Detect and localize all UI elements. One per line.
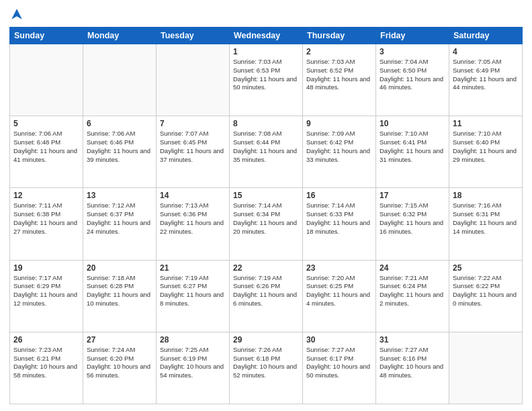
day-number: 3 (380, 47, 445, 56)
day-info: Sunrise: 7:16 AMSunset: 6:31 PMDaylight:… (453, 201, 519, 236)
calendar-cell: 22Sunrise: 7:19 AMSunset: 6:26 PMDayligh… (230, 260, 303, 332)
calendar-cell: 3Sunrise: 7:04 AMSunset: 6:50 PMDaylight… (376, 44, 449, 116)
day-number: 19 (13, 263, 79, 273)
calendar-cell: 29Sunrise: 7:26 AMSunset: 6:18 PMDayligh… (230, 332, 303, 404)
day-number: 31 (380, 335, 445, 345)
calendar-cell: 19Sunrise: 7:17 AMSunset: 6:29 PMDayligh… (10, 260, 83, 332)
calendar-cell: 25Sunrise: 7:22 AMSunset: 6:22 PMDayligh… (449, 260, 523, 332)
day-info: Sunrise: 7:13 AMSunset: 6:36 PMDaylight:… (160, 201, 226, 236)
day-info: Sunrise: 7:17 AMSunset: 6:29 PMDaylight:… (13, 274, 79, 308)
day-number: 25 (453, 263, 519, 273)
calendar-cell: 8Sunrise: 7:08 AMSunset: 6:44 PMDaylight… (230, 116, 303, 188)
day-info: Sunrise: 7:12 AMSunset: 6:37 PMDaylight:… (87, 201, 152, 236)
day-info: Sunrise: 7:14 AMSunset: 6:33 PMDaylight:… (306, 201, 372, 236)
day-number: 2 (306, 47, 372, 56)
calendar-header: SundayMondayTuesdayWednesdayThursdayFrid… (10, 28, 523, 44)
weekday-header-monday: Monday (83, 28, 157, 44)
day-info: Sunrise: 7:06 AMSunset: 6:46 PMDaylight:… (87, 130, 152, 164)
calendar-cell: 9Sunrise: 7:09 AMSunset: 6:42 PMDaylight… (303, 116, 376, 188)
day-info: Sunrise: 7:23 AMSunset: 6:21 PMDaylight:… (13, 346, 79, 380)
day-info: Sunrise: 7:21 AMSunset: 6:24 PMDaylight:… (380, 274, 445, 308)
logo-icon (9, 7, 24, 21)
calendar-cell: 12Sunrise: 7:11 AMSunset: 6:38 PMDayligh… (10, 188, 83, 260)
day-info: Sunrise: 7:27 AMSunset: 6:16 PMDaylight:… (380, 346, 445, 380)
day-number: 6 (87, 119, 152, 128)
calendar-table: SundayMondayTuesdayWednesdayThursdayFrid… (9, 27, 523, 404)
day-info: Sunrise: 7:09 AMSunset: 6:42 PMDaylight:… (306, 130, 372, 164)
calendar-cell: 31Sunrise: 7:27 AMSunset: 6:16 PMDayligh… (376, 332, 449, 404)
day-info: Sunrise: 7:08 AMSunset: 6:44 PMDaylight:… (233, 130, 299, 164)
day-info: Sunrise: 7:07 AMSunset: 6:45 PMDaylight:… (160, 130, 226, 164)
day-number: 10 (380, 119, 445, 128)
day-number: 13 (87, 191, 152, 200)
day-number: 16 (306, 191, 372, 200)
calendar-cell: 26Sunrise: 7:23 AMSunset: 6:21 PMDayligh… (10, 332, 83, 404)
calendar-cell: 16Sunrise: 7:14 AMSunset: 6:33 PMDayligh… (303, 188, 376, 260)
day-number: 7 (160, 119, 226, 128)
day-number: 20 (87, 263, 152, 273)
day-info: Sunrise: 7:03 AMSunset: 6:52 PMDaylight:… (306, 58, 372, 92)
day-number: 21 (160, 263, 226, 273)
day-number: 17 (380, 191, 445, 200)
calendar-week-5: 26Sunrise: 7:23 AMSunset: 6:21 PMDayligh… (10, 332, 523, 404)
calendar-cell: 5Sunrise: 7:06 AMSunset: 6:48 PMDaylight… (10, 116, 83, 188)
day-number: 27 (87, 335, 152, 345)
day-info: Sunrise: 7:27 AMSunset: 6:17 PMDaylight:… (306, 346, 372, 380)
calendar-cell: 20Sunrise: 7:18 AMSunset: 6:28 PMDayligh… (83, 260, 157, 332)
calendar-cell: 28Sunrise: 7:25 AMSunset: 6:19 PMDayligh… (157, 332, 230, 404)
day-info: Sunrise: 7:20 AMSunset: 6:25 PMDaylight:… (306, 274, 372, 308)
day-number: 14 (160, 191, 226, 200)
day-info: Sunrise: 7:19 AMSunset: 6:26 PMDaylight:… (233, 274, 299, 308)
calendar-cell (10, 44, 83, 116)
day-info: Sunrise: 7:04 AMSunset: 6:50 PMDaylight:… (380, 58, 445, 92)
calendar-week-1: 1Sunrise: 7:03 AMSunset: 6:53 PMDaylight… (10, 44, 523, 116)
day-info: Sunrise: 7:19 AMSunset: 6:27 PMDaylight:… (160, 274, 226, 308)
calendar-cell (449, 332, 523, 404)
day-info: Sunrise: 7:26 AMSunset: 6:18 PMDaylight:… (233, 346, 299, 380)
day-info: Sunrise: 7:14 AMSunset: 6:34 PMDaylight:… (233, 201, 299, 236)
calendar-cell: 10Sunrise: 7:10 AMSunset: 6:41 PMDayligh… (376, 116, 449, 188)
calendar-cell: 14Sunrise: 7:13 AMSunset: 6:36 PMDayligh… (157, 188, 230, 260)
day-info: Sunrise: 7:11 AMSunset: 6:38 PMDaylight:… (13, 201, 79, 236)
calendar-cell: 11Sunrise: 7:10 AMSunset: 6:40 PMDayligh… (449, 116, 523, 188)
calendar-week-2: 5Sunrise: 7:06 AMSunset: 6:48 PMDaylight… (10, 116, 523, 188)
calendar-cell: 27Sunrise: 7:24 AMSunset: 6:20 PMDayligh… (83, 332, 157, 404)
day-number: 24 (380, 263, 445, 273)
day-number: 26 (13, 335, 79, 345)
page: SundayMondayTuesdayWednesdayThursdayFrid… (0, 0, 532, 411)
calendar-cell: 18Sunrise: 7:16 AMSunset: 6:31 PMDayligh… (449, 188, 523, 260)
calendar-cell: 15Sunrise: 7:14 AMSunset: 6:34 PMDayligh… (230, 188, 303, 260)
day-info: Sunrise: 7:05 AMSunset: 6:49 PMDaylight:… (453, 58, 519, 92)
day-info: Sunrise: 7:24 AMSunset: 6:20 PMDaylight:… (87, 346, 152, 380)
day-number: 8 (233, 119, 299, 128)
day-info: Sunrise: 7:03 AMSunset: 6:53 PMDaylight:… (233, 58, 299, 92)
calendar-cell: 1Sunrise: 7:03 AMSunset: 6:53 PMDaylight… (230, 44, 303, 116)
day-number: 28 (160, 335, 226, 345)
calendar-body: 1Sunrise: 7:03 AMSunset: 6:53 PMDaylight… (10, 44, 523, 404)
day-info: Sunrise: 7:25 AMSunset: 6:19 PMDaylight:… (160, 346, 226, 380)
day-number: 30 (306, 335, 372, 345)
calendar-week-4: 19Sunrise: 7:17 AMSunset: 6:29 PMDayligh… (10, 260, 523, 332)
weekday-header-tuesday: Tuesday (157, 28, 230, 44)
day-number: 9 (306, 119, 372, 128)
day-number: 18 (453, 191, 519, 200)
day-number: 23 (306, 263, 372, 273)
day-number: 5 (13, 119, 79, 128)
calendar-cell: 30Sunrise: 7:27 AMSunset: 6:17 PMDayligh… (303, 332, 376, 404)
header (9, 7, 523, 21)
weekday-header-wednesday: Wednesday (230, 28, 303, 44)
weekday-row: SundayMondayTuesdayWednesdayThursdayFrid… (10, 28, 523, 44)
day-info: Sunrise: 7:15 AMSunset: 6:32 PMDaylight:… (380, 201, 445, 236)
day-info: Sunrise: 7:06 AMSunset: 6:48 PMDaylight:… (13, 130, 79, 164)
calendar-cell: 17Sunrise: 7:15 AMSunset: 6:32 PMDayligh… (376, 188, 449, 260)
calendar-cell (83, 44, 157, 116)
calendar-cell: 13Sunrise: 7:12 AMSunset: 6:37 PMDayligh… (83, 188, 157, 260)
svg-marker-0 (11, 9, 22, 19)
weekday-header-saturday: Saturday (449, 28, 523, 44)
calendar-cell: 24Sunrise: 7:21 AMSunset: 6:24 PMDayligh… (376, 260, 449, 332)
day-info: Sunrise: 7:10 AMSunset: 6:40 PMDaylight:… (453, 130, 519, 164)
calendar-week-3: 12Sunrise: 7:11 AMSunset: 6:38 PMDayligh… (10, 188, 523, 260)
calendar-cell: 7Sunrise: 7:07 AMSunset: 6:45 PMDaylight… (157, 116, 230, 188)
calendar-cell: 6Sunrise: 7:06 AMSunset: 6:46 PMDaylight… (83, 116, 157, 188)
weekday-header-sunday: Sunday (10, 28, 83, 44)
